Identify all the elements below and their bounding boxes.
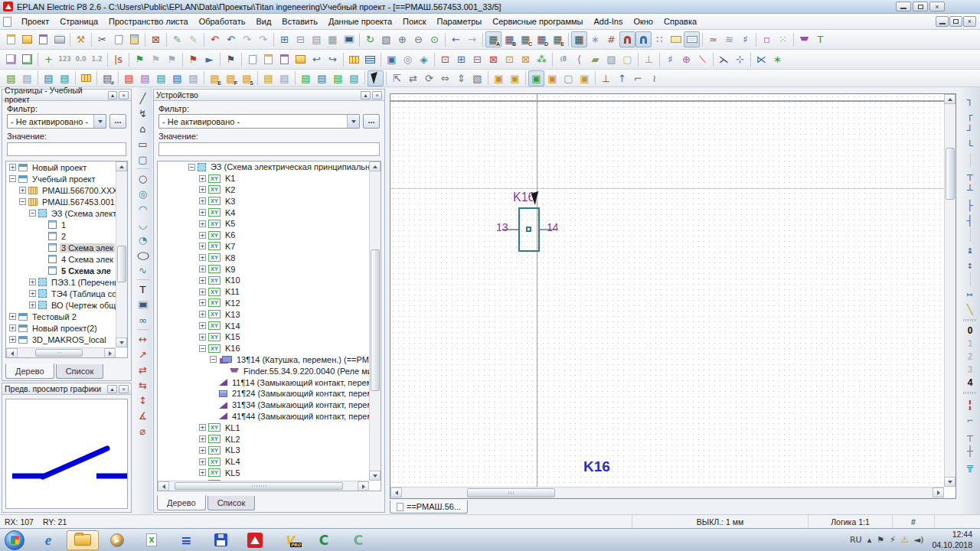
eplan-taskbar-button[interactable] bbox=[239, 530, 271, 550]
break-point-button[interactable]: ↨ bbox=[962, 242, 978, 257]
text-font-button[interactable]: ▤F bbox=[223, 70, 239, 86]
menu-item[interactable]: Вставить bbox=[276, 15, 323, 28]
t-node-up-button[interactable]: ┴ bbox=[962, 182, 978, 197]
expand-icon[interactable]: + bbox=[9, 324, 16, 331]
zoom-in-button[interactable]: ⊕ bbox=[394, 31, 410, 47]
snap-point-button[interactable]: ∷ bbox=[652, 31, 668, 47]
expand-icon[interactable]: + bbox=[199, 254, 206, 261]
dim-chain-button[interactable]: ⇄ bbox=[136, 362, 151, 377]
curve-tool-button[interactable]: ≀ bbox=[646, 70, 662, 86]
paste-button[interactable] bbox=[126, 31, 142, 47]
camtasia-taskbar-button[interactable]: C bbox=[308, 530, 340, 550]
tree-item[interactable]: +XYK14 bbox=[158, 320, 369, 331]
canvas-vscrollbar[interactable] bbox=[944, 94, 956, 487]
camtasia-2-taskbar-button[interactable]: C bbox=[342, 530, 374, 550]
dim-aligned-button[interactable]: ↗ bbox=[136, 347, 151, 362]
connection-colors-button[interactable]: ⊠ bbox=[518, 51, 534, 67]
assign-format-button[interactable]: ✎ bbox=[185, 31, 201, 47]
expand-icon[interactable]: + bbox=[199, 186, 206, 193]
copy-button[interactable] bbox=[110, 31, 126, 47]
pages-value-input[interactable] bbox=[7, 142, 126, 156]
redo-button[interactable]: ↷ bbox=[239, 31, 255, 47]
potential-point-button[interactable]: ╏ bbox=[962, 397, 978, 412]
menu-item[interactable]: Поиск bbox=[397, 15, 431, 28]
action-center-flag-icon[interactable]: ⚑ bbox=[877, 535, 884, 545]
menu-item[interactable]: Вид bbox=[250, 15, 276, 28]
expand-icon[interactable]: + bbox=[199, 266, 206, 272]
flag-disabled-button[interactable]: ⚑ bbox=[148, 51, 164, 67]
expand-icon[interactable]: + bbox=[199, 289, 206, 295]
connection-count-2-button[interactable]: 2 bbox=[963, 350, 978, 364]
tree-item[interactable]: +XYK2 bbox=[158, 184, 369, 196]
connection-count-0-button[interactable]: 0 bbox=[963, 324, 978, 337]
connections-update-button[interactable]: ⊡ bbox=[437, 51, 453, 67]
potential-tracking-button[interactable]: ◈ bbox=[416, 51, 432, 67]
tree-item[interactable]: −ЭЗ (Схема электрическая принципиальная) bbox=[158, 161, 369, 173]
rotate-button[interactable]: ⟳ bbox=[421, 70, 437, 86]
pages-filter-combobox[interactable]: - Не активировано - bbox=[7, 114, 106, 129]
device-filter-combobox[interactable]: - Не активировано - bbox=[158, 114, 360, 129]
k-node-button[interactable]: ⋉ bbox=[753, 51, 769, 67]
collapse-icon[interactable]: − bbox=[188, 164, 195, 171]
expand-icon[interactable]: + bbox=[199, 299, 206, 306]
connection-definition-button[interactable]: ⊠ bbox=[485, 51, 501, 67]
device-text-button[interactable]: T bbox=[812, 31, 828, 47]
parts-cart-button[interactable] bbox=[796, 31, 812, 47]
tree-item[interactable]: +XYK1 bbox=[158, 173, 369, 184]
device-filter-more-button[interactable]: ... bbox=[363, 114, 380, 129]
draw-polygon-button[interactable]: ⌂ bbox=[136, 121, 151, 136]
undo-history-button[interactable]: ↶ bbox=[223, 31, 239, 47]
tree-item[interactable]: +Новый проект(2) bbox=[6, 322, 116, 334]
tree-item[interactable]: +Новый проект bbox=[6, 161, 116, 173]
structure-marker-button[interactable]: |s bbox=[110, 51, 126, 67]
pages-filter-more-button[interactable]: ... bbox=[109, 114, 126, 129]
potential-double-button[interactable]: ╦ bbox=[962, 458, 978, 474]
text-field-button[interactable] bbox=[668, 31, 684, 47]
sync-both-button[interactable]: ▤ bbox=[330, 70, 346, 86]
scroll-down-icon[interactable] bbox=[369, 471, 381, 481]
send-back-button[interactable]: ▣ bbox=[507, 70, 523, 86]
insert-image-button[interactable] bbox=[136, 297, 151, 312]
potential-corner-button[interactable]: ⌐ bbox=[962, 412, 978, 428]
expand-icon[interactable]: + bbox=[199, 458, 206, 465]
scroll-thumb[interactable] bbox=[175, 482, 343, 490]
pages-tab-list[interactable]: Список bbox=[56, 364, 104, 379]
expand-icon[interactable]: + bbox=[199, 334, 206, 341]
menu-item[interactable]: Сервисные программы bbox=[487, 15, 588, 28]
device-collapse-button[interactable]: ▴ bbox=[361, 91, 371, 99]
draw-circle-dashed-button[interactable]: ◎ bbox=[136, 186, 151, 201]
properties-page-button[interactable]: ▤ bbox=[19, 70, 35, 86]
hatch-button[interactable]: ▨ bbox=[603, 51, 619, 67]
page-properties-button[interactable] bbox=[276, 51, 292, 67]
dropdown-arrow-icon[interactable] bbox=[347, 115, 359, 128]
flag-forward-button[interactable]: ⚑ bbox=[164, 51, 180, 67]
expand-icon[interactable]: + bbox=[29, 279, 36, 285]
draw-circle-button[interactable]: ○ bbox=[136, 171, 151, 186]
corner-down-right-button[interactable]: ┌ bbox=[962, 107, 978, 122]
expand-icon[interactable]: + bbox=[199, 209, 206, 216]
redraw-button[interactable]: ↻ bbox=[362, 31, 378, 47]
expand-icon[interactable]: + bbox=[29, 290, 36, 297]
expand-icon[interactable]: + bbox=[199, 175, 206, 182]
device-dialog-button[interactable] bbox=[78, 70, 94, 86]
zoom-out-button[interactable]: ⊖ bbox=[410, 31, 426, 47]
grid-e-button[interactable]: ▦E bbox=[550, 31, 566, 47]
edit-properties-x-button[interactable]: ▤ bbox=[121, 70, 137, 86]
corner-tool-button[interactable]: ⌐ bbox=[630, 70, 646, 86]
tree-item[interactable]: +XYKL3 bbox=[158, 445, 369, 456]
placeholder-object-button[interactable]: ⁙ bbox=[775, 31, 791, 47]
flag-delete-button[interactable]: ⚑ bbox=[185, 51, 201, 67]
stretch-button[interactable]: ⇔ bbox=[437, 70, 453, 86]
edit-dt-button[interactable]: ▤# bbox=[100, 70, 116, 86]
device-tree-hscrollbar[interactable] bbox=[158, 481, 369, 491]
hidden-lines-button[interactable]: ≈ bbox=[705, 31, 721, 47]
jumpers-button[interactable]: ⟍ bbox=[694, 51, 710, 67]
stamp-button[interactable]: ⊥ bbox=[641, 51, 657, 67]
expand-icon[interactable]: + bbox=[199, 469, 206, 476]
connection-count-3-button[interactable]: 3 bbox=[963, 364, 978, 377]
project-management-button[interactable] bbox=[35, 31, 51, 47]
edit-terminal-strip-button[interactable] bbox=[346, 51, 362, 67]
scroll-thumb[interactable] bbox=[946, 148, 955, 200]
device-tab-tree[interactable]: Дерево bbox=[157, 495, 206, 510]
magnet-vertical-button[interactable] bbox=[635, 31, 652, 47]
